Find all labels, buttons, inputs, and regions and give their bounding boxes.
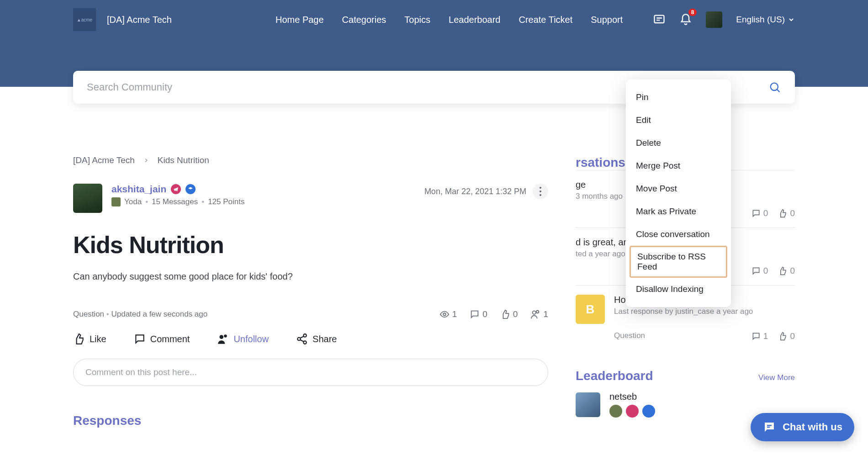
like-icon	[778, 266, 787, 275]
comment-button[interactable]: Comment	[134, 333, 190, 345]
menu-move[interactable]: Move Post	[626, 177, 731, 200]
breadcrumb: [DA] Acme Tech Kids Nutrition	[73, 155, 548, 165]
unfollow-button[interactable]: Unfollow	[217, 333, 269, 345]
notification-badge: 8	[688, 9, 697, 16]
people-fill-icon	[217, 333, 229, 345]
leader-badge-icon	[609, 405, 622, 418]
author-rank: Yoda	[124, 197, 142, 206]
author-badge-grad-icon	[185, 184, 196, 194]
brand-logo[interactable]: ▲acme	[73, 8, 96, 31]
svg-point-7	[303, 334, 307, 337]
menu-delete[interactable]: Delete	[626, 132, 731, 154]
menu-pin[interactable]: Pin	[626, 86, 731, 109]
view-more-link[interactable]: View More	[758, 373, 795, 382]
comment-icon	[752, 209, 761, 218]
convo-tag: Question	[614, 331, 645, 341]
menu-private[interactable]: Mark as Private	[626, 200, 731, 223]
post-title: Kids Nutrition	[73, 231, 548, 259]
nav-create-ticket[interactable]: Create Ticket	[519, 15, 572, 25]
like-icon	[778, 209, 787, 218]
comment-icon	[752, 332, 761, 341]
comment-icon	[470, 309, 480, 319]
nav-topics[interactable]: Topics	[404, 15, 430, 25]
comment-icon	[752, 266, 761, 275]
language-label: English (US)	[736, 15, 785, 25]
author-avatar[interactable]	[73, 184, 102, 213]
menu-edit[interactable]: Edit	[626, 109, 731, 132]
nav-leaderboard[interactable]: Leaderboard	[449, 15, 500, 25]
svg-point-5	[220, 335, 224, 339]
svg-rect-0	[655, 16, 664, 23]
like-icon	[778, 332, 787, 341]
share-button[interactable]: Share	[296, 333, 337, 345]
convo-sub: Last response by justin_case a year ago	[614, 307, 795, 316]
stat-likes: 0	[500, 309, 518, 319]
chevron-right-icon	[143, 157, 149, 164]
post-timestamp: Mon, Mar 22, 2021 1:32 PM	[424, 187, 526, 196]
people-icon	[530, 309, 540, 319]
like-icon	[500, 309, 510, 319]
responses-heading: Responses	[73, 413, 548, 428]
chat-widget[interactable]: Chat with us	[751, 413, 854, 441]
svg-point-9	[303, 341, 307, 344]
leaderboard-item[interactable]: netseb	[576, 383, 795, 418]
nav-categories[interactable]: Categories	[342, 15, 386, 25]
stat-views: 1	[439, 309, 457, 319]
like-button[interactable]: Like	[73, 333, 106, 345]
leader-avatar	[576, 392, 600, 417]
svg-point-2	[443, 313, 446, 316]
thumbs-up-icon	[73, 333, 85, 345]
brand-title[interactable]: [DA] Acme Tech	[107, 15, 172, 25]
author-points: 125 Points	[208, 197, 244, 206]
svg-point-4	[536, 311, 539, 313]
author-name[interactable]: akshita_jain	[111, 184, 166, 195]
stat-comments: 0	[470, 309, 487, 319]
rank-icon	[111, 197, 121, 206]
bell-icon[interactable]: 8	[679, 13, 692, 26]
eye-icon	[439, 309, 450, 319]
user-avatar[interactable]	[706, 11, 722, 28]
chevron-down-icon	[788, 16, 795, 23]
nav-home[interactable]: Home Page	[275, 15, 324, 25]
stat-followers: 1	[530, 309, 548, 319]
comment-input[interactable]	[73, 359, 548, 386]
svg-point-6	[224, 334, 228, 338]
convo-avatar: B	[576, 295, 605, 324]
post-actions-menu: Pin Edit Delete Merge Post Move Post Mar…	[626, 79, 731, 307]
leader-badge-icon	[626, 405, 639, 418]
comment-field[interactable]	[85, 367, 536, 377]
chat-icon	[762, 420, 776, 434]
leaderboard-heading: Leaderboard	[576, 369, 653, 383]
nav-links: Home Page Categories Topics Leaderboard …	[275, 15, 623, 25]
comment-icon	[134, 333, 146, 345]
menu-disallow-index[interactable]: Disallow Indexing	[626, 278, 731, 301]
menu-rss[interactable]: Subscribe to RSS Feed	[630, 246, 727, 278]
post-menu-button[interactable]	[533, 184, 548, 199]
language-selector[interactable]: English (US)	[736, 15, 795, 25]
breadcrumb-root[interactable]: [DA] Acme Tech	[73, 155, 135, 165]
leader-badge-icon	[642, 405, 655, 418]
nav-support[interactable]: Support	[591, 15, 623, 25]
breadcrumb-current: Kids Nutrition	[158, 155, 209, 165]
menu-merge[interactable]: Merge Post	[626, 154, 731, 177]
menu-close[interactable]: Close conversation	[626, 223, 731, 246]
post-updated: Updated a few seconds ago	[111, 310, 207, 318]
svg-point-8	[297, 338, 301, 341]
post-body: Can anybody suggest some good place for …	[73, 271, 548, 282]
author-badge-telegram-icon	[171, 184, 181, 194]
messages-icon[interactable]	[653, 13, 666, 26]
author-messages: 15 Messages	[152, 197, 198, 206]
leader-name: netseb	[609, 392, 655, 402]
share-icon	[296, 333, 308, 345]
post-tag: Question	[73, 310, 104, 318]
svg-point-3	[533, 311, 536, 314]
chat-label: Chat with us	[783, 421, 842, 433]
